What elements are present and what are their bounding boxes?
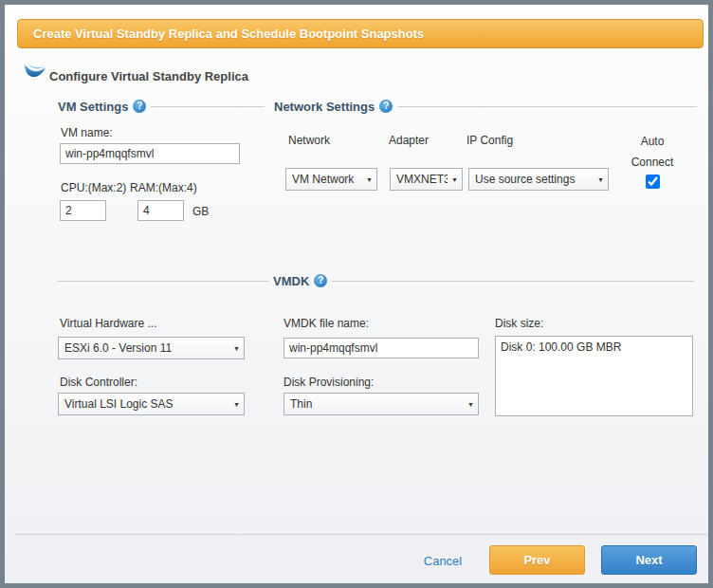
chevron-down-icon: ▼ xyxy=(229,401,244,408)
network-select[interactable]: VM Network ▼ xyxy=(285,168,377,191)
cancel-button[interactable]: Cancel xyxy=(416,549,469,572)
network-settings-title: Network Settings xyxy=(274,100,375,114)
disk-provisioning-select[interactable]: Thin ▼ xyxy=(283,393,479,415)
chevron-down-icon: ▼ xyxy=(594,176,608,183)
adapter-column-header: Adapter xyxy=(389,134,429,147)
divider xyxy=(397,106,697,107)
page-title: Configure Virtual Standby Replica xyxy=(49,69,248,83)
disk-size-item[interactable]: Disk 0: 100.00 GB MBR xyxy=(501,340,687,355)
ram-input[interactable] xyxy=(137,200,184,221)
auto-connect-line1: Auto xyxy=(624,131,681,152)
disk-controller-select-value: Virtual LSI Logic SAS xyxy=(59,397,229,411)
ip-config-select-value: Use source settings xyxy=(469,173,594,186)
chevron-down-icon: ▼ xyxy=(464,401,478,408)
dialog-title-banner: Create Virtual Standby Replica and Sched… xyxy=(17,19,704,48)
virtual-hardware-label: Virtual Hardware ... xyxy=(60,317,157,330)
auto-connect-column-header: Auto Connect xyxy=(624,131,681,173)
vmdk-file-name-input[interactable] xyxy=(283,338,479,358)
divider xyxy=(58,281,268,282)
wizard-dialog: Create Virtual Standby Replica and Sched… xyxy=(0,0,713,588)
virtual-hardware-select-value: ESXi 6.0 - Version 11 xyxy=(59,341,229,355)
ip-config-select[interactable]: Use source settings ▼ xyxy=(468,168,609,191)
network-settings-help-icon[interactable]: ? xyxy=(379,100,393,113)
disk-size-label: Disk size: xyxy=(495,317,543,330)
auto-connect-checkbox[interactable] xyxy=(646,175,660,189)
chevron-down-icon: ▼ xyxy=(362,176,376,183)
vmdk-section-header: VMDK ? xyxy=(58,272,694,289)
auto-connect-line2: Connect xyxy=(624,152,681,173)
ip-config-column-header: IP Config xyxy=(466,134,513,147)
disk-size-listbox[interactable]: Disk 0: 100.00 GB MBR xyxy=(495,336,693,416)
adapter-select-value: VMXNET3 xyxy=(391,173,448,186)
configure-replica-icon xyxy=(24,62,46,83)
vm-name-label: VM name: xyxy=(61,126,113,139)
vm-name-input[interactable] xyxy=(60,143,240,164)
disk-controller-select[interactable]: Virtual LSI Logic SAS ▼ xyxy=(58,393,245,415)
vm-settings-help-icon[interactable]: ? xyxy=(133,100,146,113)
chevron-down-icon: ▼ xyxy=(448,176,462,183)
virtual-hardware-select[interactable]: ESXi 6.0 - Version 11 ▼ xyxy=(58,337,245,359)
next-button[interactable]: Next xyxy=(601,545,697,575)
divider xyxy=(332,281,694,282)
network-settings-section-header: Network Settings ? xyxy=(274,98,697,115)
disk-controller-label: Disk Controller: xyxy=(60,376,137,389)
chevron-down-icon: ▼ xyxy=(229,345,244,352)
ram-unit-label: GB xyxy=(192,205,209,218)
vm-settings-title: VM Settings xyxy=(58,100,128,114)
network-select-value: VM Network xyxy=(286,173,362,186)
cpu-input[interactable] xyxy=(60,200,106,221)
prev-button[interactable]: Prev xyxy=(489,545,585,575)
divider xyxy=(151,106,265,107)
disk-provisioning-select-value: Thin xyxy=(284,397,464,411)
vm-settings-section-header: VM Settings ? xyxy=(58,98,265,115)
disk-provisioning-label: Disk Provisioning: xyxy=(283,376,374,389)
network-column-header: Network xyxy=(288,134,330,147)
vmdk-file-name-label: VMDK file name: xyxy=(283,317,369,330)
vmdk-help-icon[interactable]: ? xyxy=(314,274,327,287)
cpu-label: CPU:(Max:2) xyxy=(61,181,126,194)
adapter-select[interactable]: VMXNET3 ▼ xyxy=(390,168,463,191)
ram-label: RAM:(Max:4) xyxy=(130,181,197,194)
footer-divider xyxy=(14,534,708,535)
vmdk-title: VMDK xyxy=(273,274,309,288)
